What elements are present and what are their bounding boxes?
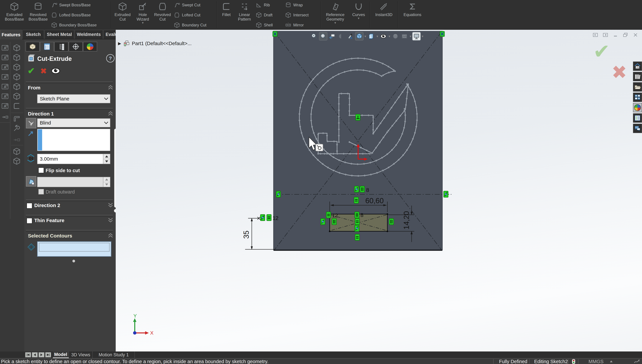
dimension-offset[interactable]: 35 <box>242 217 275 249</box>
annotation-balloon-icon[interactable] <box>1 54 9 62</box>
depth-spinner[interactable] <box>103 154 110 164</box>
display-style-caret[interactable]: ▾ <box>376 35 378 38</box>
rebuild-traffic-light-icon[interactable] <box>572 359 575 364</box>
pen-tablet-icon[interactable] <box>634 359 640 364</box>
boundary-cut-button[interactable]: Boundary Cut <box>174 22 207 28</box>
ok-button[interactable]: ✔ <box>28 66 35 76</box>
collapse-chevron-icon[interactable] <box>108 85 114 90</box>
minimize-icon[interactable] <box>612 32 618 38</box>
previous-view-icon[interactable] <box>328 32 336 40</box>
direction2-section-header[interactable]: Direction 2 <box>34 202 60 208</box>
tab-sheet-metal[interactable]: Sheet Metal <box>45 30 74 39</box>
boundary-boss-base-button[interactable]: Boundary Boss/Base <box>51 22 97 28</box>
depth-spinbox[interactable]: 3.00mm <box>37 154 110 164</box>
relation-parallel-badge[interactable] <box>360 186 365 192</box>
rib-button[interactable]: Rib <box>256 2 270 8</box>
thin-feature-section-header[interactable]: Thin Feature <box>34 218 64 223</box>
view-settings-caret[interactable]: ▾ <box>422 35 423 38</box>
dock-right-icon[interactable] <box>602 32 608 38</box>
fillet-button[interactable]: Fillet <box>218 2 234 17</box>
displaymanager-tab[interactable] <box>83 42 97 52</box>
zoom-to-area-icon[interactable] <box>319 32 327 40</box>
corner-relation-badge[interactable] <box>273 32 277 36</box>
swept-cut-button[interactable]: Swept Cut <box>174 2 201 8</box>
scroll-next-button[interactable] <box>39 352 45 358</box>
dock-left-icon[interactable] <box>592 32 598 38</box>
relation-perpendicular-badge[interactable] <box>356 114 360 120</box>
equations-button[interactable]: Equations <box>400 2 425 17</box>
tab-sketch[interactable]: Sketch <box>23 30 44 39</box>
relation-equal-badge[interactable] <box>267 214 271 221</box>
tab-weldments[interactable]: Weldments <box>75 30 103 39</box>
hole-wizard-caret[interactable]: ▾ <box>142 22 144 24</box>
end-condition-select[interactable]: Blind <box>37 118 110 127</box>
help-button[interactable]: ? <box>106 54 115 62</box>
zoom-to-fit-icon[interactable] <box>310 32 318 40</box>
tab-model[interactable]: Model <box>53 352 69 358</box>
appearances-icon[interactable] <box>633 103 642 112</box>
units-caret-icon[interactable] <box>610 360 612 362</box>
edit-appearance-icon[interactable] <box>392 32 399 40</box>
annotation-burst-icon[interactable] <box>1 102 9 110</box>
annotation-note-icon[interactable] <box>1 44 9 52</box>
relation-coincident-badge[interactable] <box>321 218 325 225</box>
feature-box-icon[interactable] <box>13 148 21 156</box>
units-selector[interactable]: MMGS <box>588 359 603 364</box>
featuremanager-tab[interactable] <box>26 42 40 52</box>
curves-caret[interactable]: ▾ <box>358 17 359 20</box>
collapse-chevron-icon[interactable] <box>108 111 114 116</box>
swept-boss-base-button[interactable]: Swept Boss/Base <box>51 2 91 8</box>
annotation-route-icon[interactable] <box>1 112 9 120</box>
mirror-button[interactable]: Mirror <box>285 22 304 28</box>
reference-geometry-caret[interactable]: ▾ <box>334 22 336 24</box>
view-palette-icon[interactable] <box>633 92 642 102</box>
scroll-last-button[interactable] <box>45 352 51 358</box>
view-cube-right-icon[interactable] <box>13 73 21 81</box>
propertymanager-tab[interactable] <box>40 42 54 52</box>
relation-equal-badge[interactable] <box>354 197 359 204</box>
linear-pattern-button[interactable]: Linear Pattern <box>235 2 254 22</box>
revolved-boss-base-button[interactable]: Revolved Boss/Base <box>27 2 50 22</box>
intersect-button[interactable]: Intersect <box>285 12 309 18</box>
dimension-offset-value[interactable]: 35 <box>242 231 250 239</box>
direction1-section-header[interactable]: Direction 1 <box>28 111 54 117</box>
extruded-cut-button[interactable]: Extruded Cut <box>112 2 133 22</box>
tab-3d-views[interactable]: 3D Views <box>69 352 93 358</box>
collapse-chevron-icon[interactable] <box>108 233 114 238</box>
cancel-button[interactable]: ✖ <box>40 66 47 76</box>
from-condition-select[interactable]: Sketch Plane <box>37 94 110 103</box>
view-cube-front-icon[interactable] <box>13 44 21 52</box>
draft-button[interactable]: Draft <box>256 12 273 18</box>
annotation-print-icon[interactable] <box>1 92 9 100</box>
sheet-metal-tool-icon[interactable] <box>13 125 21 133</box>
relation-coincident-badge[interactable] <box>444 191 448 198</box>
close-icon[interactable] <box>633 32 638 38</box>
relation-equal-badge[interactable] <box>326 212 331 218</box>
section-view-icon[interactable] <box>337 32 345 40</box>
relation-parallel-badge[interactable] <box>332 218 337 225</box>
scroll-first-button[interactable] <box>25 352 31 358</box>
revolved-cut-button[interactable]: Revolved Cut <box>153 2 173 22</box>
view-orientation-icon[interactable] <box>355 32 363 40</box>
from-section-header[interactable]: From <box>28 85 41 90</box>
view-cube-back-icon[interactable] <box>13 54 21 62</box>
instant3d-button[interactable]: Instant3D <box>372 2 396 17</box>
sketch-canvas[interactable]: 8 60,60 12 8 <box>116 30 642 352</box>
dimxpertmanager-tab[interactable] <box>69 42 83 52</box>
sketch-visibility-icon[interactable]: A <box>346 32 354 40</box>
relation-parallel-badge[interactable] <box>355 212 359 218</box>
view-chamfer-icon[interactable] <box>13 102 21 110</box>
relation-coincident-badge[interactable] <box>354 186 359 192</box>
configurationmanager-tab[interactable] <box>54 42 68 52</box>
dimension-height-value[interactable]: 14,20 <box>402 211 410 230</box>
view-cube-bottom-icon[interactable] <box>13 92 21 100</box>
hide-show-items-icon[interactable] <box>379 32 387 40</box>
view-cube-left-icon[interactable] <box>13 63 21 71</box>
shell-button[interactable]: Shell <box>256 22 273 28</box>
draft-angle-button[interactable] <box>26 176 36 186</box>
annotation-add-icon[interactable] <box>1 73 9 81</box>
curves-button[interactable]: Curves▾ <box>349 2 368 20</box>
relation-coincident-badge[interactable] <box>355 225 359 232</box>
expand-chevron-icon[interactable] <box>108 218 114 222</box>
restore-icon[interactable] <box>622 32 628 38</box>
